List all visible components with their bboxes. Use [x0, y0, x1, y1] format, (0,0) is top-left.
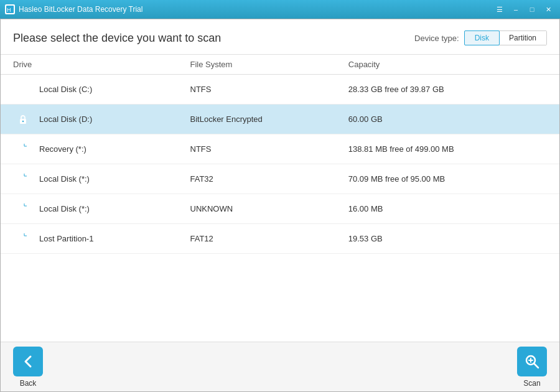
windows-drive-icon — [13, 80, 33, 100]
scan-button[interactable]: Scan — [517, 347, 547, 388]
back-label: Back — [20, 379, 37, 388]
drive-name: Local Disk (*:) — [39, 174, 90, 184]
drive-table: Drive File System Capacity Local Disk (C… — [1, 55, 559, 254]
device-type-area: Device type: Disk Partition — [414, 30, 547, 45]
drive-cell: Lost Partition-1 — [1, 224, 183, 254]
scan-icon — [517, 347, 547, 376]
column-drive: Drive — [1, 55, 183, 75]
maximize-button[interactable]: □ — [525, 3, 539, 16]
titlebar: H Hasleo BitLocker Data Recovery Trial ☰… — [0, 0, 560, 19]
svg-rect-2 — [18, 85, 22, 89]
table-row[interactable]: Local Disk (*:)UNKNOWN16.00 MB — [1, 194, 559, 224]
main-window: Please select the device you want to sca… — [0, 19, 560, 392]
drive-table-container: Drive File System Capacity Local Disk (C… — [1, 55, 559, 342]
table-header-row: Drive File System Capacity — [1, 55, 559, 75]
back-button[interactable]: Back — [13, 347, 43, 388]
drive-name: Local Disk (*:) — [39, 204, 90, 213]
drive-name: Lost Partition-1 — [39, 234, 93, 243]
drive-cell: Local Disk (D:) — [1, 105, 183, 134]
drive-name: Local Disk (D:) — [39, 114, 92, 124]
svg-line-9 — [534, 363, 539, 368]
back-icon — [13, 347, 43, 376]
scan-label: Scan — [523, 379, 540, 388]
capacity-cell: 19.53 GB — [341, 224, 559, 254]
header: Please select the device you want to sca… — [1, 19, 559, 55]
device-type-label: Device type: — [414, 34, 459, 43]
filesystem-cell: BitLocker Encrypted — [183, 105, 341, 134]
table-row[interactable]: Local Disk (*:)FAT3270.09 MB free of 95.… — [1, 164, 559, 194]
svg-rect-5 — [24, 90, 28, 95]
drive-cell: Local Disk (C:) — [1, 75, 183, 105]
table-row[interactable]: Lost Partition-1FAT1219.53 GB — [1, 224, 559, 254]
minimize-button[interactable]: – — [509, 3, 523, 16]
drive-cell: Local Disk (*:) — [1, 164, 183, 194]
table-row[interactable]: Local Disk (D:)BitLocker Encrypted60.00 … — [1, 105, 559, 134]
filesystem-cell: NTFS — [183, 134, 341, 164]
filesystem-cell: FAT12 — [183, 224, 341, 254]
table-row[interactable]: Local Disk (C:)NTFS28.33 GB free of 39.8… — [1, 75, 559, 105]
doc-drive-icon — [13, 139, 33, 159]
capacity-cell: 16.00 MB — [341, 194, 559, 224]
drive-name: Local Disk (C:) — [39, 85, 92, 94]
titlebar-title: Hasleo BitLocker Data Recovery Trial — [19, 5, 493, 14]
doc-drive-icon — [13, 169, 33, 189]
window-controls: ☰ – □ ✕ — [493, 3, 555, 16]
svg-point-7 — [22, 120, 24, 121]
doc-drive-icon — [13, 229, 33, 249]
svg-rect-3 — [24, 85, 28, 89]
close-button[interactable]: ✕ — [541, 3, 555, 16]
disk-button[interactable]: Disk — [464, 30, 500, 45]
lock-drive-icon — [13, 110, 33, 129]
partition-button[interactable]: Partition — [499, 31, 546, 45]
table-row[interactable]: Recovery (*:)NTFS138.81 MB free of 499.0… — [1, 134, 559, 164]
capacity-cell: 28.33 GB free of 39.87 GB — [341, 75, 559, 105]
footer: Back Scan — [1, 342, 559, 391]
drive-cell: Recovery (*:) — [1, 134, 183, 164]
device-type-toggle: Disk Partition — [464, 30, 547, 45]
drive-name: Recovery (*:) — [39, 144, 86, 154]
menu-button[interactable]: ☰ — [493, 3, 506, 16]
svg-text:H: H — [7, 7, 11, 13]
column-capacity: Capacity — [341, 55, 559, 75]
svg-rect-4 — [18, 90, 22, 95]
capacity-cell: 70.09 MB free of 95.00 MB — [341, 164, 559, 194]
filesystem-cell: FAT32 — [183, 164, 341, 194]
filesystem-cell: UNKNOWN — [183, 194, 341, 224]
doc-drive-icon — [13, 199, 33, 219]
capacity-cell: 138.81 MB free of 499.00 MB — [341, 134, 559, 164]
page-title: Please select the device you want to sca… — [13, 32, 221, 45]
column-filesystem: File System — [183, 55, 341, 75]
filesystem-cell: NTFS — [183, 75, 341, 105]
app-icon: H — [5, 4, 15, 14]
drive-cell: Local Disk (*:) — [1, 194, 183, 224]
capacity-cell: 60.00 GB — [341, 105, 559, 134]
